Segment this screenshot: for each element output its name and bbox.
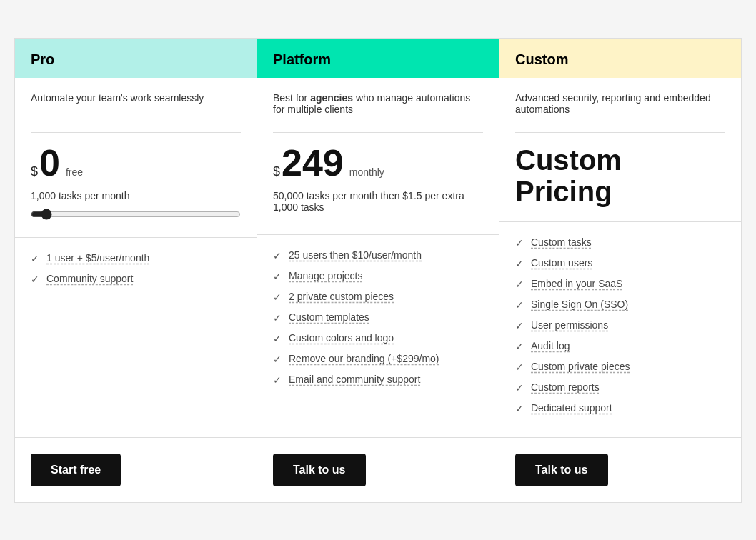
checkmark-icon: ✓ (515, 341, 524, 352)
cta-button-custom[interactable]: Talk to us (515, 454, 608, 486)
checkmark-icon: ✓ (273, 374, 282, 386)
feature-label: Email and community support (289, 374, 420, 385)
checkmark-icon: ✓ (31, 253, 39, 264)
plan-description-custom: Advanced security, reporting and embedde… (515, 92, 725, 121)
feature-item: ✓Custom colors and logo (273, 332, 483, 344)
feature-item: ✓Custom templates (273, 311, 483, 324)
plan-platform: PlatformBest for agencies who manage aut… (257, 39, 499, 502)
plan-price-row-pro: $0free (31, 144, 241, 181)
checkmark-icon: ✓ (273, 354, 282, 365)
feature-item: ✓Custom tasks (515, 236, 725, 249)
plan-price-tasks-platform: 50,000 tasks per month then $1.5 per ext… (273, 190, 483, 213)
checkmark-icon: ✓ (273, 250, 282, 261)
price-dollar-sign: $ (31, 164, 38, 179)
plan-price-tasks-pro: 1,000 tasks per month (31, 190, 241, 201)
feature-item: ✓Custom private pieces (515, 361, 725, 373)
checkmark-icon: ✓ (515, 403, 524, 414)
feature-label: Embed in your SaaS (531, 278, 622, 289)
feature-label: Community support (46, 273, 133, 284)
checkmark-icon: ✓ (515, 279, 524, 290)
feature-item: ✓2 private custom pieces (273, 291, 483, 303)
feature-label: Custom tasks (531, 236, 592, 248)
plan-header-platform: Platform (257, 39, 499, 78)
feature-item: ✓Community support (31, 273, 241, 285)
feature-item: ✓Custom users (515, 257, 725, 269)
feature-item: ✓Remove our branding (+$299/mo) (273, 353, 483, 365)
plan-price-label-pro: free (66, 166, 83, 178)
checkmark-icon: ✓ (515, 258, 524, 269)
plan-footer-pro: Start free (15, 438, 257, 502)
plan-custom: CustomAdvanced security, reporting and e… (499, 39, 741, 502)
plan-price-amount-platform: 249 (282, 144, 344, 181)
checkmark-icon: ✓ (515, 382, 524, 394)
feature-label: Dedicated support (531, 402, 612, 414)
feature-label: User permissions (531, 319, 608, 331)
feature-label: Custom users (531, 257, 592, 269)
feature-label: Custom templates (289, 311, 369, 323)
checkmark-icon: ✓ (515, 237, 524, 249)
checkmark-icon: ✓ (273, 312, 282, 324)
plan-pro: ProAutomate your team's work seamlessly$… (15, 39, 257, 502)
plan-price-period-platform: monthly (349, 166, 384, 178)
checkmark-icon: ✓ (273, 333, 282, 344)
checkmark-icon: ✓ (515, 320, 524, 331)
feature-label: Single Sign On (SSO) (531, 299, 628, 310)
checkmark-icon: ✓ (31, 274, 39, 285)
cta-button-pro[interactable]: Start free (31, 454, 121, 486)
checkmark-icon: ✓ (273, 291, 282, 303)
plan-footer-platform: Talk to us (257, 438, 499, 502)
price-dollar-sign: $ (273, 164, 280, 179)
feature-item: ✓1 user + $5/user/month (31, 252, 241, 264)
feature-item: ✓Single Sign On (SSO) (515, 299, 725, 311)
feature-item: ✓Custom reports (515, 381, 725, 394)
feature-label: Custom private pieces (531, 361, 630, 372)
feature-item: ✓Audit log (515, 340, 725, 352)
plan-body-custom: Advanced security, reporting and embedde… (499, 78, 741, 222)
pricing-table: ProAutomate your team's work seamlessly$… (14, 38, 742, 503)
plan-price-amount-pro: 0 (39, 144, 60, 181)
plan-features-custom: ✓Custom tasks✓Custom users✓Embed in your… (499, 222, 741, 438)
plan-price-custom-custom: Custom Pricing (515, 144, 725, 207)
task-slider[interactable] (31, 209, 241, 220)
feature-label: Audit log (531, 340, 570, 351)
plan-price-row-platform: $249monthly (273, 144, 483, 181)
plan-body-platform: Best for agencies who manage automations… (257, 78, 499, 235)
feature-label: 1 user + $5/user/month (46, 252, 149, 264)
task-slider-container (31, 209, 241, 223)
checkmark-icon: ✓ (515, 361, 524, 373)
feature-label: 2 private custom pieces (289, 291, 394, 302)
feature-item: ✓25 users then $10/user/month (273, 249, 483, 261)
plan-body-pro: Automate your team's work seamlessly$0fr… (15, 78, 257, 238)
plan-features-pro: ✓1 user + $5/user/month✓Community suppor… (15, 238, 257, 438)
feature-item: ✓Embed in your SaaS (515, 278, 725, 290)
plan-header-pro: Pro (15, 39, 257, 78)
feature-item: ✓Dedicated support (515, 402, 725, 414)
feature-label: Manage projects (289, 270, 363, 281)
feature-label: Remove our branding (+$299/mo) (289, 353, 439, 364)
checkmark-icon: ✓ (273, 271, 282, 282)
plan-description-pro: Automate your team's work seamlessly (31, 92, 241, 121)
feature-item: ✓Email and community support (273, 374, 483, 386)
plan-header-custom: Custom (499, 39, 741, 78)
feature-label: Custom colors and logo (289, 332, 394, 344)
plan-features-platform: ✓25 users then $10/user/month✓Manage pro… (257, 235, 499, 438)
feature-item: ✓Manage projects (273, 270, 483, 282)
cta-button-platform[interactable]: Talk to us (273, 454, 366, 486)
plan-footer-custom: Talk to us (499, 438, 741, 502)
plan-description-platform: Best for agencies who manage automations… (273, 92, 483, 121)
feature-item: ✓User permissions (515, 319, 725, 331)
feature-label: Custom reports (531, 381, 600, 393)
checkmark-icon: ✓ (515, 299, 524, 311)
feature-label: 25 users then $10/user/month (289, 249, 422, 261)
